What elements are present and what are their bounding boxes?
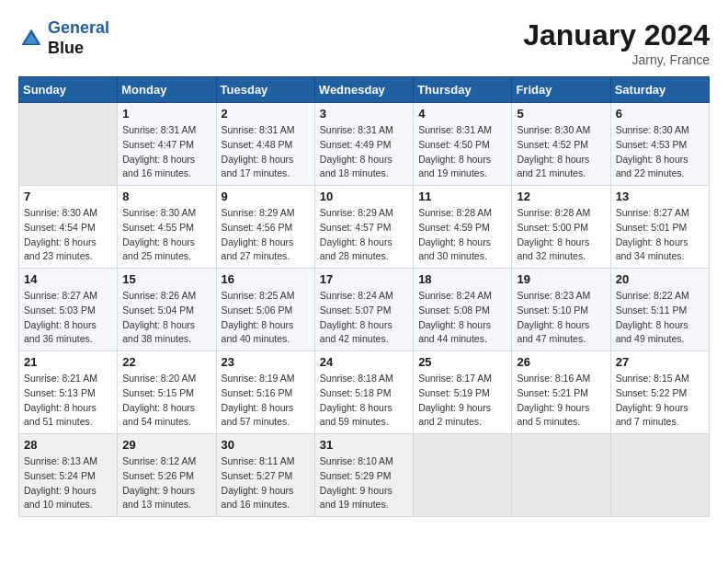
title-area: January 2024 Jarny, France: [523, 18, 710, 67]
day-info: Sunrise: 8:31 AMSunset: 4:48 PMDaylight:…: [222, 123, 310, 181]
calendar-cell: 17Sunrise: 8:24 AMSunset: 5:07 PMDayligh…: [314, 269, 413, 351]
calendar-header-row: SundayMondayTuesdayWednesdayThursdayFrid…: [19, 77, 710, 103]
day-number: 20: [616, 272, 704, 286]
day-number: 22: [122, 355, 210, 369]
page-header: General Blue January 2024 Jarny, France: [18, 18, 710, 67]
day-number: 1: [122, 107, 210, 121]
column-header-tuesday: Tuesday: [216, 77, 314, 103]
calendar-table: SundayMondayTuesdayWednesdayThursdayFrid…: [18, 76, 710, 517]
calendar-cell: 23Sunrise: 8:19 AMSunset: 5:16 PMDayligh…: [216, 351, 314, 434]
day-number: 10: [320, 190, 408, 203]
calendar-cell: 10Sunrise: 8:29 AMSunset: 4:57 PMDayligh…: [314, 186, 413, 269]
day-info: Sunrise: 8:28 AMSunset: 4:59 PMDaylight:…: [418, 206, 506, 264]
calendar-cell: 13Sunrise: 8:27 AMSunset: 5:01 PMDayligh…: [610, 186, 709, 269]
calendar-cell: 8Sunrise: 8:30 AMSunset: 4:55 PMDaylight…: [118, 186, 216, 269]
day-number: 17: [320, 272, 408, 286]
day-number: 19: [517, 272, 605, 286]
day-info: Sunrise: 8:18 AMSunset: 5:18 PMDaylight:…: [320, 372, 408, 430]
day-info: Sunrise: 8:30 AMSunset: 4:53 PMDaylight:…: [616, 123, 704, 181]
day-number: 6: [616, 107, 704, 121]
week-row-1: 1Sunrise: 8:31 AMSunset: 4:47 PMDaylight…: [19, 103, 710, 186]
calendar-cell: 27Sunrise: 8:15 AMSunset: 5:22 PMDayligh…: [610, 351, 709, 434]
calendar-cell: 15Sunrise: 8:26 AMSunset: 5:04 PMDayligh…: [118, 269, 216, 351]
day-info: Sunrise: 8:19 AMSunset: 5:16 PMDaylight:…: [222, 372, 310, 430]
day-info: Sunrise: 8:31 AMSunset: 4:50 PMDaylight:…: [418, 123, 506, 181]
calendar-cell: 9Sunrise: 8:29 AMSunset: 4:56 PMDaylight…: [216, 186, 314, 269]
day-info: Sunrise: 8:24 AMSunset: 5:08 PMDaylight:…: [418, 289, 506, 347]
calendar-cell: 2Sunrise: 8:31 AMSunset: 4:48 PMDaylight…: [216, 103, 314, 186]
week-row-2: 7Sunrise: 8:30 AMSunset: 4:54 PMDaylight…: [19, 186, 710, 269]
calendar-cell: 24Sunrise: 8:18 AMSunset: 5:18 PMDayligh…: [314, 351, 413, 434]
day-info: Sunrise: 8:31 AMSunset: 4:49 PMDaylight:…: [320, 123, 408, 181]
day-number: 5: [517, 107, 605, 121]
day-number: 11: [418, 190, 506, 203]
calendar-cell: 31Sunrise: 8:10 AMSunset: 5:29 PMDayligh…: [314, 434, 413, 517]
calendar-cell: [19, 103, 118, 186]
month-title: January 2024: [523, 18, 710, 52]
day-info: Sunrise: 8:31 AMSunset: 4:47 PMDaylight:…: [122, 123, 210, 181]
day-info: Sunrise: 8:24 AMSunset: 5:07 PMDaylight:…: [320, 289, 408, 347]
day-info: Sunrise: 8:22 AMSunset: 5:11 PMDaylight:…: [616, 289, 704, 347]
week-row-5: 28Sunrise: 8:13 AMSunset: 5:24 PMDayligh…: [19, 434, 710, 517]
day-info: Sunrise: 8:27 AMSunset: 5:03 PMDaylight:…: [24, 289, 112, 347]
day-info: Sunrise: 8:28 AMSunset: 5:00 PMDaylight:…: [517, 206, 605, 264]
day-number: 3: [320, 107, 408, 121]
column-header-thursday: Thursday: [414, 77, 512, 103]
day-info: Sunrise: 8:30 AMSunset: 4:55 PMDaylight:…: [122, 206, 210, 264]
calendar-cell: 3Sunrise: 8:31 AMSunset: 4:49 PMDaylight…: [314, 103, 413, 186]
day-info: Sunrise: 8:29 AMSunset: 4:57 PMDaylight:…: [320, 206, 408, 264]
calendar-cell: 19Sunrise: 8:23 AMSunset: 5:10 PMDayligh…: [512, 269, 610, 351]
calendar-cell: [610, 434, 709, 517]
column-header-friday: Friday: [512, 77, 610, 103]
day-info: Sunrise: 8:27 AMSunset: 5:01 PMDaylight:…: [616, 206, 704, 264]
day-info: Sunrise: 8:10 AMSunset: 5:29 PMDaylight:…: [320, 454, 408, 512]
logo-icon: [18, 26, 44, 52]
calendar-cell: 22Sunrise: 8:20 AMSunset: 5:15 PMDayligh…: [118, 351, 216, 434]
day-info: Sunrise: 8:29 AMSunset: 4:56 PMDaylight:…: [222, 206, 310, 264]
calendar-cell: 30Sunrise: 8:11 AMSunset: 5:27 PMDayligh…: [216, 434, 314, 517]
day-info: Sunrise: 8:15 AMSunset: 5:22 PMDaylight:…: [616, 372, 704, 430]
day-number: 7: [24, 190, 112, 203]
day-info: Sunrise: 8:12 AMSunset: 5:26 PMDaylight:…: [122, 454, 210, 512]
day-info: Sunrise: 8:11 AMSunset: 5:27 PMDaylight:…: [222, 454, 310, 512]
day-info: Sunrise: 8:26 AMSunset: 5:04 PMDaylight:…: [122, 289, 210, 347]
day-info: Sunrise: 8:17 AMSunset: 5:19 PMDaylight:…: [418, 372, 506, 430]
calendar-cell: 5Sunrise: 8:30 AMSunset: 4:52 PMDaylight…: [512, 103, 610, 186]
day-info: Sunrise: 8:13 AMSunset: 5:24 PMDaylight:…: [24, 454, 112, 512]
calendar-cell: 20Sunrise: 8:22 AMSunset: 5:11 PMDayligh…: [610, 269, 709, 351]
logo-line2: Blue: [48, 39, 109, 59]
column-header-saturday: Saturday: [610, 77, 709, 103]
day-number: 21: [24, 355, 112, 369]
calendar-cell: 18Sunrise: 8:24 AMSunset: 5:08 PMDayligh…: [414, 269, 512, 351]
day-number: 8: [122, 190, 210, 203]
calendar-cell: 6Sunrise: 8:30 AMSunset: 4:53 PMDaylight…: [610, 103, 709, 186]
calendar-cell: 21Sunrise: 8:21 AMSunset: 5:13 PMDayligh…: [19, 351, 118, 434]
calendar-cell: 11Sunrise: 8:28 AMSunset: 4:59 PMDayligh…: [414, 186, 512, 269]
calendar-cell: 26Sunrise: 8:16 AMSunset: 5:21 PMDayligh…: [512, 351, 610, 434]
day-info: Sunrise: 8:30 AMSunset: 4:54 PMDaylight:…: [24, 206, 112, 264]
calendar-cell: 28Sunrise: 8:13 AMSunset: 5:24 PMDayligh…: [19, 434, 118, 517]
day-info: Sunrise: 8:25 AMSunset: 5:06 PMDaylight:…: [222, 289, 310, 347]
day-info: Sunrise: 8:21 AMSunset: 5:13 PMDaylight:…: [24, 372, 112, 430]
day-number: 28: [24, 438, 112, 452]
logo-line1: General: [48, 18, 109, 37]
day-number: 18: [418, 272, 506, 286]
day-number: 16: [222, 272, 310, 286]
day-number: 13: [616, 190, 704, 203]
calendar-cell: 16Sunrise: 8:25 AMSunset: 5:06 PMDayligh…: [216, 269, 314, 351]
calendar-cell: 1Sunrise: 8:31 AMSunset: 4:47 PMDaylight…: [118, 103, 216, 186]
week-row-3: 14Sunrise: 8:27 AMSunset: 5:03 PMDayligh…: [19, 269, 710, 351]
day-number: 26: [517, 355, 605, 369]
day-number: 15: [122, 272, 210, 286]
day-info: Sunrise: 8:20 AMSunset: 5:15 PMDaylight:…: [122, 372, 210, 430]
week-row-4: 21Sunrise: 8:21 AMSunset: 5:13 PMDayligh…: [19, 351, 710, 434]
day-number: 2: [222, 107, 310, 121]
day-number: 12: [517, 190, 605, 203]
column-header-monday: Monday: [118, 77, 216, 103]
day-number: 23: [222, 355, 310, 369]
calendar-cell: [512, 434, 610, 517]
column-header-wednesday: Wednesday: [314, 77, 413, 103]
day-info: Sunrise: 8:16 AMSunset: 5:21 PMDaylight:…: [517, 372, 605, 430]
calendar-cell: 25Sunrise: 8:17 AMSunset: 5:19 PMDayligh…: [414, 351, 512, 434]
day-number: 4: [418, 107, 506, 121]
